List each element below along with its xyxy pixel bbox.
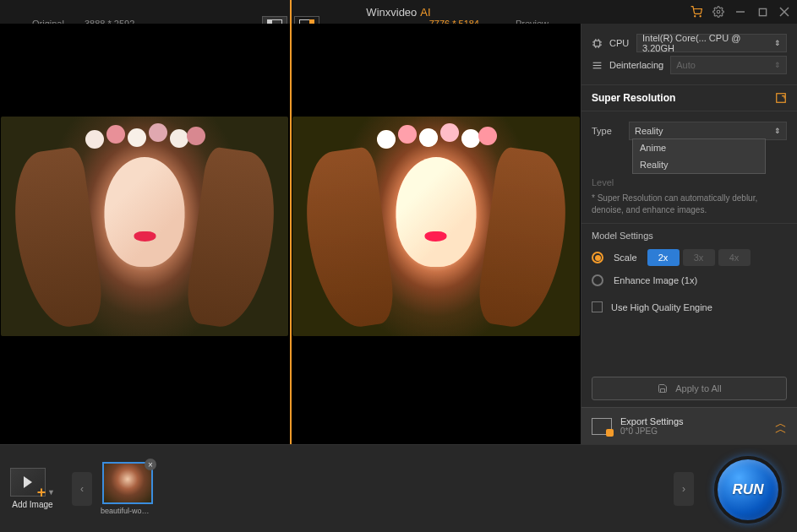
close-button[interactable] [778, 6, 790, 18]
scale-radio[interactable] [592, 252, 603, 263]
compare-divider[interactable] [290, 24, 292, 446]
hq-label: Use High Quality Engine [611, 302, 712, 312]
thumb-prev[interactable]: ‹ [72, 472, 92, 506]
title-main: Winxvideo [366, 6, 417, 19]
hq-checkbox[interactable] [592, 301, 603, 312]
app-title: WinxvideoAI [366, 6, 430, 19]
export-settings[interactable]: Export Settings 0*0 JPEG ︿︿ [581, 407, 797, 444]
thumb-strip: × beautiful-woman [92, 462, 674, 515]
svg-point-0 [695, 16, 696, 17]
cpu-select[interactable]: Intel(R) Core(... CPU @ 3.20GH⇕ [636, 34, 787, 52]
super-resolution-title: Super Resolution [592, 92, 675, 104]
cpu-label: CPU [609, 38, 630, 48]
scale-3x[interactable]: 3x [683, 249, 715, 266]
bottom-bar: + ▼ Add Image ‹ × beautiful-woman › RUN [0, 444, 797, 532]
svg-rect-4 [759, 8, 766, 15]
add-image-label: Add Image [12, 500, 52, 509]
chevron-up-icon: ︿︿ [775, 421, 787, 432]
original-image-pane[interactable] [0, 24, 290, 446]
scale-label: Scale [614, 252, 637, 263]
preview-area: Original 3888 * 2592 7776 * 5184 Preview [0, 24, 581, 444]
enhance-radio[interactable] [592, 274, 603, 286]
enhance-label: Enhance Image (1x) [614, 275, 697, 285]
svg-point-1 [700, 16, 701, 17]
add-image-icon: + [10, 468, 46, 497]
thumb-filename: beautiful-woman [101, 507, 155, 515]
maximize-button[interactable] [756, 6, 768, 18]
type-label: Type [592, 126, 622, 136]
cpu-icon [592, 38, 603, 49]
sr-note: * Super Resolution can automatically deb… [592, 193, 787, 216]
preview-image-pane[interactable] [292, 24, 581, 446]
type-option-anime[interactable]: Anime [633, 139, 765, 156]
scale-4x[interactable]: 4x [718, 249, 751, 266]
model-settings-title: Model Settings [592, 231, 787, 241]
thumb-next[interactable]: › [674, 472, 694, 506]
cart-icon[interactable] [691, 6, 702, 18]
thumb-remove[interactable]: × [145, 459, 156, 470]
run-button[interactable]: RUN [714, 456, 782, 524]
chevron-down-icon[interactable]: ▼ [47, 488, 55, 497]
svg-point-2 [717, 10, 720, 14]
gear-icon[interactable] [712, 6, 724, 18]
thumbnail-item[interactable]: × beautiful-woman [101, 462, 155, 515]
expand-icon[interactable] [775, 92, 787, 104]
type-dropdown: Anime Reality [632, 138, 766, 174]
deinterlace-icon [592, 60, 603, 71]
export-title: Export Settings [620, 416, 767, 426]
export-icon [592, 418, 612, 435]
level-label: Level [592, 177, 622, 187]
minimize-button[interactable] [734, 6, 746, 18]
deinterlace-label: Deinterlacing [609, 60, 663, 70]
title-ai: AI [420, 6, 430, 19]
export-subtitle: 0*0 JPEG [620, 426, 767, 436]
deinterlace-select[interactable]: Auto⇕ [670, 56, 787, 74]
save-icon [657, 383, 669, 394]
add-image-button[interactable]: + ▼ Add Image [10, 468, 55, 509]
side-panel: CPU Intel(R) Core(... CPU @ 3.20GH⇕ Dein… [581, 24, 797, 444]
apply-all-button[interactable]: Apply to All [592, 377, 787, 400]
type-select[interactable]: Reality⇕ [629, 122, 787, 140]
type-option-reality[interactable]: Reality [633, 156, 765, 173]
scale-2x[interactable]: 2x [647, 249, 680, 266]
svg-rect-7 [594, 41, 600, 46]
